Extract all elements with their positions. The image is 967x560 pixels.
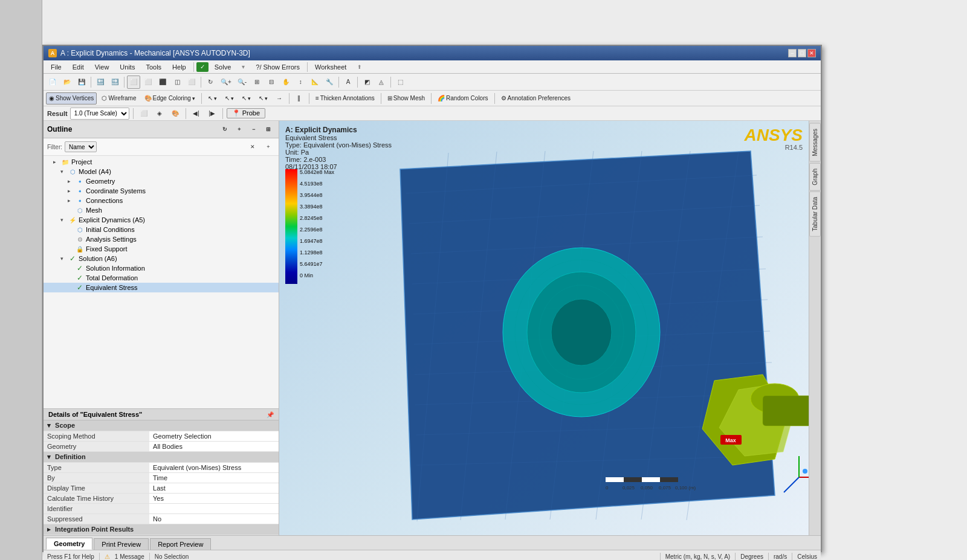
arrow-btn[interactable]: → bbox=[273, 92, 286, 105]
tab-geometry[interactable]: Geometry bbox=[46, 538, 92, 550]
toolbar-btn-2[interactable]: 📂 bbox=[60, 76, 74, 89]
edge-coloring-btn[interactable]: 🎨 Edge Coloring ▾ bbox=[141, 92, 198, 105]
menu-view[interactable]: View bbox=[90, 62, 114, 72]
identifier-value bbox=[149, 504, 279, 514]
toggle-geometry[interactable]: ▸ bbox=[68, 178, 75, 184]
outline-expand-btn[interactable]: + bbox=[233, 123, 246, 136]
select2-btn[interactable]: ↖▾ bbox=[222, 92, 237, 105]
random-colors-btn[interactable]: 🌈 Random Colors bbox=[435, 92, 491, 105]
result-btn-1[interactable]: ⬜ bbox=[137, 107, 150, 120]
tree-item-coords[interactable]: ▸ 🔹 Coordinate Systems bbox=[44, 186, 279, 196]
toolbar-btn-1[interactable]: 📄 bbox=[46, 76, 59, 89]
menu-help[interactable]: Help bbox=[167, 62, 191, 72]
toolbar-btn-14[interactable]: A bbox=[341, 76, 355, 89]
menu-edit[interactable]: Edit bbox=[68, 62, 89, 72]
worksheet-btn[interactable]: Worksheet bbox=[310, 62, 351, 72]
thicken-btn[interactable]: ≡ Thicken Annotations bbox=[312, 92, 378, 105]
result-next[interactable]: |▶ bbox=[205, 107, 219, 120]
tree-item-solution[interactable]: ▾ ✓ Solution (A6) bbox=[44, 254, 279, 263]
outline-options-btn[interactable]: ⊞ bbox=[262, 123, 275, 136]
messages-tab[interactable]: Messages bbox=[809, 123, 821, 162]
toolbar-btn-17[interactable]: ⬚ bbox=[393, 76, 407, 89]
toolbar-btn-11[interactable]: ↕ bbox=[294, 76, 307, 89]
toolbar-rotate[interactable]: ↻ bbox=[204, 76, 217, 89]
graph-tab[interactable]: Graph bbox=[809, 163, 821, 191]
toolbar-zoom-box[interactable]: ⊟ bbox=[265, 76, 278, 89]
toolbar-btn-16[interactable]: ◬ bbox=[375, 76, 388, 89]
toolbar-btn-10[interactable]: ⬜ bbox=[185, 76, 198, 89]
menu-file[interactable]: File bbox=[46, 62, 66, 72]
filter-search-btn[interactable]: + bbox=[262, 140, 275, 153]
toolbar-btn-4[interactable]: 🔙 bbox=[94, 76, 107, 89]
tree-item-equiv-stress[interactable]: ✓ Equivalent Stress bbox=[44, 283, 279, 292]
select4-btn[interactable]: ↖▾ bbox=[256, 92, 271, 105]
toolbar-pan[interactable]: ✋ bbox=[279, 76, 293, 89]
toolbar-zoom-out[interactable]: 🔍- bbox=[235, 76, 249, 89]
select-btn[interactable]: ↖▾ bbox=[205, 92, 220, 105]
wireframe-btn[interactable]: ⬡ Wireframe bbox=[99, 92, 139, 105]
probe-btn[interactable]: 📍 Probe bbox=[227, 108, 265, 118]
solve-dropdown-arrow[interactable]: ▾ bbox=[237, 62, 250, 71]
suppressed-key: Suppressed bbox=[44, 514, 149, 524]
result-btn-3[interactable]: 🎨 bbox=[169, 107, 182, 120]
tree-item-connections[interactable]: ▸ 🔹 Connections bbox=[44, 196, 279, 205]
tree-item-sol-info[interactable]: ✓ Solution Information bbox=[44, 263, 279, 273]
annotation-prefs-btn[interactable]: ⚙ Annotation Preferences bbox=[498, 92, 574, 105]
tab-print-preview[interactable]: Print Preview bbox=[94, 538, 149, 550]
integration-collapse-icon[interactable]: ▸ bbox=[47, 526, 51, 533]
outline-collapse-btn[interactable]: − bbox=[247, 123, 260, 136]
toolbar-btn-12[interactable]: 📐 bbox=[308, 76, 322, 89]
toggle-connections[interactable]: ▸ bbox=[68, 198, 75, 204]
details-scroll[interactable]: ▾ Scope Scoping Method Geometry Selectio… bbox=[44, 420, 279, 535]
toggle-explicit[interactable]: ▾ bbox=[60, 217, 68, 223]
show-vertices-btn[interactable]: ◉ Show Vertices bbox=[46, 92, 97, 105]
edge-coloring-arrow[interactable]: ▾ bbox=[192, 95, 195, 101]
toolbar-btn-9[interactable]: ◫ bbox=[170, 76, 184, 89]
show-mesh-btn[interactable]: ⊞ Show Mesh bbox=[384, 92, 428, 105]
viewport[interactable]: A: Explicit Dynamics Equivalent Stress T… bbox=[279, 121, 809, 535]
tree-item-total-def[interactable]: ✓ Total Deformation bbox=[44, 273, 279, 283]
toolbar-btn-7[interactable]: ⬜ bbox=[141, 76, 155, 89]
tree-item-geometry[interactable]: ▸ 🔹 Geometry bbox=[44, 176, 279, 186]
result-prev[interactable]: ◀| bbox=[190, 107, 203, 120]
tree-item-fixed[interactable]: 🔒 Fixed Support bbox=[44, 244, 279, 254]
toolbar-btn-13[interactable]: 🔧 bbox=[323, 76, 336, 89]
tabular-data-tab[interactable]: Tabular Data bbox=[809, 191, 821, 237]
tree-item-explicit[interactable]: ▾ ⚡ Explicit Dynamics (A5) bbox=[44, 215, 279, 225]
outline-refresh-btn[interactable]: ↻ bbox=[218, 123, 231, 136]
menu-units[interactable]: Units bbox=[115, 62, 140, 72]
menu-tools[interactable]: Tools bbox=[141, 62, 166, 72]
wireframe-label: Wireframe bbox=[108, 95, 136, 101]
toggle-solution[interactable]: ▾ bbox=[60, 256, 68, 262]
solve-btn[interactable]: Solve bbox=[210, 62, 236, 72]
close-button[interactable]: ✕ bbox=[807, 49, 816, 57]
select3-btn[interactable]: ↖▾ bbox=[239, 92, 254, 105]
toggle-model[interactable]: ▾ bbox=[60, 169, 68, 175]
result-scale-select[interactable]: 1.0 (True Scale) bbox=[70, 108, 129, 120]
toolbar-zoom-fit[interactable]: ⊞ bbox=[250, 76, 264, 89]
tab-report-preview[interactable]: Report Preview bbox=[150, 538, 211, 550]
toolbar-zoom-in[interactable]: 🔍+ bbox=[218, 76, 234, 89]
minimize-button[interactable]: – bbox=[788, 49, 797, 57]
tree-item-mesh[interactable]: ⬡ Mesh bbox=[44, 205, 279, 215]
toggle-coords[interactable]: ▸ bbox=[68, 188, 75, 194]
toolbar-btn-3[interactable]: 💾 bbox=[75, 76, 88, 89]
filter-clear-btn[interactable]: ✕ bbox=[246, 140, 259, 153]
toolbar-btn-15[interactable]: ◩ bbox=[360, 76, 374, 89]
toolbar-btn-5[interactable]: 🔜 bbox=[108, 76, 121, 89]
tree-item-project[interactable]: ▸ 📁 Project bbox=[44, 157, 279, 167]
wireframe-icon: ⬡ bbox=[102, 95, 107, 101]
tree-item-initial[interactable]: ⬡ Initial Conditions bbox=[44, 225, 279, 234]
filter-select[interactable]: Name bbox=[65, 141, 97, 152]
scope-collapse-icon[interactable]: ▾ bbox=[47, 422, 51, 429]
toolbar-btn-8[interactable]: ⬛ bbox=[156, 76, 169, 89]
show-errors-btn[interactable]: ?/ Show Errors bbox=[251, 62, 305, 72]
result-btn-2[interactable]: ◈ bbox=[153, 107, 166, 120]
toolbar-btn-6[interactable]: ⬜ bbox=[127, 76, 140, 89]
tree-item-model[interactable]: ▾ ⬡ Model (A4) bbox=[44, 167, 279, 176]
axes-btn[interactable]: ‖ bbox=[293, 92, 306, 105]
definition-collapse-icon[interactable]: ▾ bbox=[47, 453, 51, 460]
maximize-button[interactable]: □ bbox=[798, 49, 806, 57]
toggle-project[interactable]: ▸ bbox=[53, 159, 60, 165]
tree-item-analysis[interactable]: ⚙ Analysis Settings bbox=[44, 234, 279, 244]
